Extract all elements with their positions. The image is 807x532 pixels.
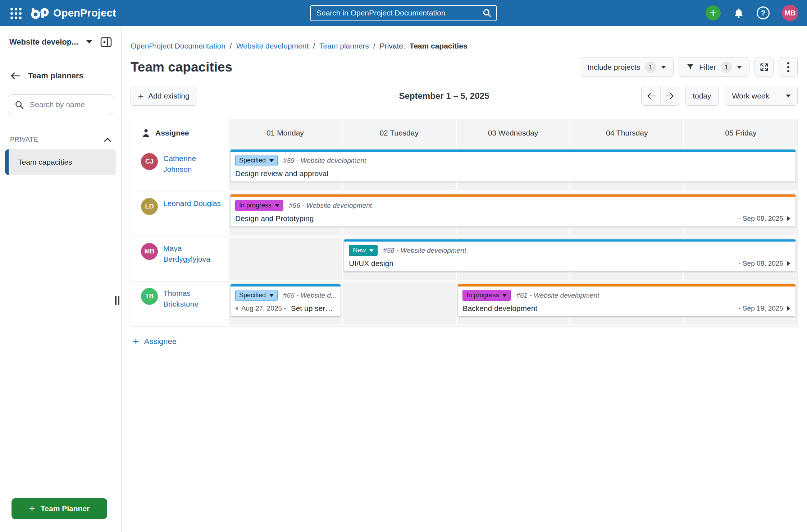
sidebar-title: Team planners (28, 71, 83, 81)
chevron-down-icon (269, 159, 274, 162)
status-badge[interactable]: Specified (235, 155, 278, 166)
card-body: UI/UX design- Sep 08, 2025 (349, 259, 790, 268)
chevron-down-icon[interactable] (86, 40, 92, 43)
project-name: - Website development (295, 157, 366, 164)
assignee-cell: TBThomas Brickstone (131, 282, 229, 326)
work-package-card[interactable]: In progress#61 - Website developmentBack… (458, 284, 795, 316)
avatar: MB (141, 243, 158, 260)
assignee-name-link[interactable]: Leonard Douglas (163, 198, 221, 237)
person-icon (142, 128, 150, 138)
work-package-meta: #61 - Website development (516, 292, 599, 299)
chevron-down-icon (502, 294, 507, 297)
period-heading: September 1 – 5, 2025 (399, 91, 489, 101)
assignee-name-link[interactable]: Thomas Brickstone (163, 288, 221, 326)
include-projects-count-badge: 1 (645, 61, 656, 73)
work-package-meta: #56 - Website development (289, 202, 372, 210)
add-existing-button[interactable]: + Add existing (131, 87, 197, 106)
project-name: - Website development (300, 202, 372, 209)
card-header: Specified#65 - Website d... (235, 290, 336, 301)
card-body: Backend development- Sep 19, 2025 (462, 304, 790, 313)
assignee-column-header: Assignee (131, 119, 229, 147)
notifications-bell-icon[interactable] (733, 7, 744, 19)
search-icon (482, 8, 492, 19)
work-package-meta: #58 - Website development (383, 247, 466, 254)
sidebar-item-team-capacities[interactable]: Team capacities (5, 149, 116, 175)
add-assignee-button[interactable]: + Assignee (133, 336, 177, 347)
card-header: Specified#59 - Website development (235, 155, 790, 166)
day-lane: New#58 - Website developmentUI/UX design… (229, 237, 797, 281)
chevron-down-icon (275, 204, 279, 207)
assignee-cell: LDLeonard Douglas (131, 192, 229, 237)
work-package-card[interactable]: New#58 - Website developmentUI/UX design… (344, 239, 795, 271)
filter-button[interactable]: Filter 1 (679, 58, 749, 77)
search-icon (14, 100, 24, 111)
breadcrumb-link[interactable]: OpenProject Documentation (131, 42, 225, 50)
assignee-row: TBThomas BrickstoneSpecified#65 - Websit… (131, 282, 797, 327)
selected-accent-bar (5, 149, 9, 175)
continues-right-icon (787, 216, 790, 221)
card-body: Design review and approval (235, 169, 790, 178)
breadcrumb-link[interactable]: Website development (236, 42, 309, 50)
project-selector[interactable]: Website develop... (9, 37, 78, 47)
collapse-sidebar-icon[interactable] (100, 37, 112, 47)
avatar: TB (141, 288, 158, 305)
work-package-meta: #59 - Website development (283, 157, 366, 165)
continues-right-icon (787, 306, 790, 311)
status-badge[interactable]: In progress (462, 290, 511, 301)
assignee-name-link[interactable]: Maya Berdygylyjova (163, 243, 221, 281)
today-button[interactable]: today (685, 87, 719, 106)
global-search-input[interactable] (310, 5, 497, 21)
status-badge[interactable]: New (349, 245, 378, 256)
avatar: CJ (141, 153, 158, 170)
status-badge[interactable]: Specified (235, 290, 278, 301)
back-arrow-icon[interactable] (10, 72, 20, 80)
user-avatar[interactable]: MB (782, 5, 798, 21)
assignee-name-link[interactable]: Catherine Johnson (163, 153, 221, 192)
work-package-title: Set up server... (291, 304, 336, 313)
chevron-down-icon (369, 249, 374, 252)
work-package-card[interactable]: In progress#56 - Website developmentDesi… (231, 194, 795, 226)
new-team-planner-button[interactable]: + Team Planner (12, 498, 107, 519)
day-cell[interactable] (343, 283, 457, 325)
main-content: OpenProject Documentation / Website deve… (122, 26, 807, 532)
chevron-down-icon (661, 66, 666, 69)
plus-icon: + (29, 504, 35, 514)
avatar: LD (141, 198, 158, 215)
previous-week-button[interactable] (641, 87, 660, 106)
next-week-button[interactable] (660, 87, 679, 106)
day-cell[interactable] (229, 238, 343, 280)
status-label: In progress (466, 292, 499, 299)
team-planner-calendar: Assignee 01 Monday02 Tuesday03 Wednesday… (131, 119, 798, 327)
day-lane: Specified#59 - Website developmentDesign… (229, 147, 797, 192)
assignee-row: LDLeonard DouglasIn progress#56 - Websit… (131, 192, 797, 237)
quick-add-button[interactable]: + (706, 5, 721, 20)
work-package-title: Design and Prototyping (235, 214, 314, 223)
day-column-header: 03 Wednesday (457, 119, 571, 147)
sidebar-resize-handle[interactable] (115, 296, 119, 305)
assignee-cell: CJCatherine Johnson (131, 147, 229, 192)
card-header: In progress#61 - Website development (462, 290, 790, 301)
breadcrumb-current-prefix: Private: (380, 42, 405, 50)
openproject-logo[interactable]: OpenProject (30, 6, 116, 19)
help-icon[interactable]: ? (757, 6, 770, 19)
work-package-card[interactable]: Specified#59 - Website developmentDesign… (231, 150, 795, 182)
project-name: - Website development (528, 292, 599, 299)
app-grid-menu-icon[interactable] (9, 6, 22, 20)
more-options-button[interactable] (779, 58, 798, 77)
work-package-card[interactable]: Specified#65 - Website d...Aug 27, 2025 … (231, 284, 341, 316)
day-column-header: 05 Friday (684, 119, 797, 147)
brand-name: OpenProject (53, 7, 116, 19)
include-projects-button[interactable]: Include projects 1 (580, 58, 674, 77)
work-package-meta: #65 - Website d... (283, 292, 337, 299)
breadcrumb-link[interactable]: Team planners (319, 42, 369, 50)
status-badge[interactable]: In progress (235, 200, 283, 211)
day-lane: In progress#56 - Website developmentDesi… (229, 192, 797, 237)
work-package-title: Design review and approval (235, 169, 328, 178)
plus-icon: + (138, 91, 143, 101)
chevron-up-icon[interactable] (104, 138, 111, 142)
chevron-down-icon (737, 66, 742, 69)
private-section-label: PRIVATE (10, 136, 38, 143)
openproject-logo-icon (30, 6, 49, 19)
fullscreen-button[interactable] (754, 58, 774, 77)
view-mode-select[interactable]: Work week (725, 87, 798, 106)
